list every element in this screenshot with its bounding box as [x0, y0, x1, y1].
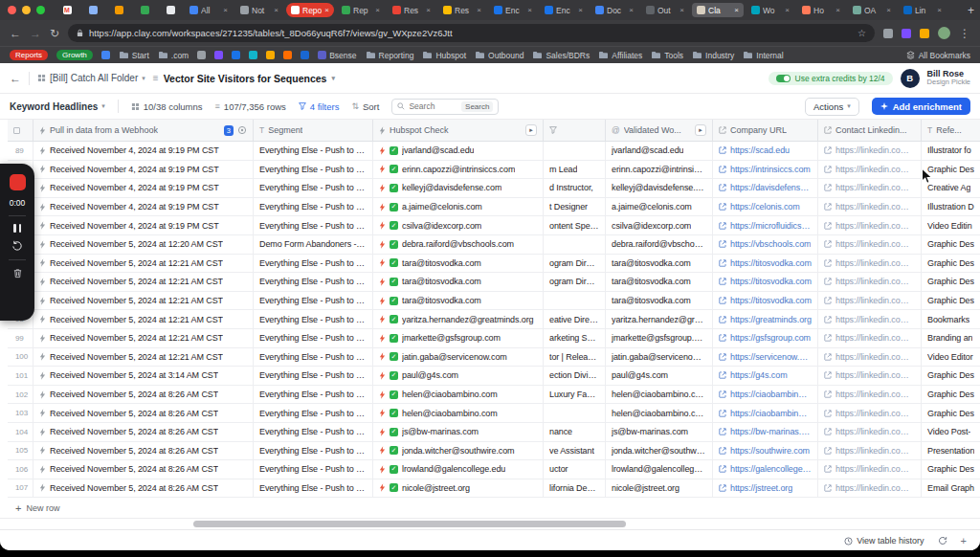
- extension-icon[interactable]: [920, 29, 929, 38]
- bookmark-item[interactable]: Internal: [743, 51, 783, 60]
- cell-contact-linkedin[interactable]: https://linkedin.com/in/...: [818, 235, 922, 255]
- table-row[interactable]: 98 Received November 5, 2024 at 12:21 AM…: [8, 310, 980, 329]
- cell-ref[interactable]: Graphic Des: [922, 273, 980, 292]
- cell-company-url[interactable]: https://galencollege.edu: [713, 460, 818, 479]
- cell-ref[interactable]: Graphic Des: [922, 255, 980, 274]
- delete-recording-button[interactable]: [12, 268, 23, 278]
- cell-validated-email[interactable]: tara@titosvodka.com: [606, 292, 713, 311]
- cell-validated-email[interactable]: nicole@jstreet.org: [606, 479, 713, 499]
- extension-puzzle-icon[interactable]: [883, 29, 893, 38]
- cell-company-url[interactable]: https://bw-marinas.com: [713, 423, 818, 442]
- cell-validated-email[interactable]: helen@ciaobambino.com: [606, 386, 713, 405]
- cell-contact-linkedin[interactable]: https://linkedin.com/in/...: [818, 142, 922, 161]
- cell-contact-linkedin[interactable]: https://linkedin.com/in/...: [818, 460, 922, 479]
- column-header-company-url[interactable]: Company URL: [713, 120, 818, 142]
- browser-tab[interactable]: Ho ×: [797, 3, 845, 17]
- credits-toggle[interactable]: [776, 75, 791, 82]
- cell-ref[interactable]: Illustrator fo: [922, 142, 980, 161]
- cell-webhook[interactable]: Received November 5, 2024 at 12:21 AM CS…: [33, 310, 254, 329]
- tab-close-icon[interactable]: ×: [886, 6, 891, 14]
- bookmark-item[interactable]: Reports: [10, 50, 48, 60]
- column-header-validated[interactable]: @ Validated Wo... ▸: [606, 120, 713, 142]
- cell-webhook[interactable]: Received November 5, 2024 at 12:21 AM CS…: [33, 255, 254, 274]
- cell-ref[interactable]: Graphic Des: [922, 404, 980, 423]
- cell-segment[interactable]: Everything Else - Push to Clay: [254, 460, 373, 479]
- tab-close-icon[interactable]: ×: [223, 6, 228, 14]
- cell-webhook[interactable]: Received November 5, 2024 at 3:14 AM CST: [33, 367, 254, 386]
- cell-segment[interactable]: Everything Else - Push to Clay: [254, 329, 373, 348]
- cell-contact-linkedin[interactable]: https://linkedin.com/in/...: [818, 442, 922, 461]
- cell-segment[interactable]: Everything Else - Push to Clay: [254, 273, 373, 292]
- cell-hubspot-check[interactable]: ✓ csilva@idexcorp.com: [373, 216, 544, 235]
- cell-contact-linkedin[interactable]: https://linkedin.com/in/...: [818, 423, 922, 442]
- tab-close-icon[interactable]: ×: [375, 6, 380, 14]
- cell-company-url[interactable]: https://celonis.com: [713, 198, 818, 217]
- browser-tab[interactable]: [81, 3, 104, 17]
- browser-tab[interactable]: Enc ×: [540, 3, 588, 17]
- browser-tab[interactable]: Not ×: [235, 3, 283, 17]
- cell-webhook[interactable]: Received November 5, 2024 at 12:21 AM CS…: [33, 348, 254, 368]
- cell-company-url[interactable]: https://g4s.com: [713, 367, 818, 386]
- bookmark-item[interactable]: [266, 51, 275, 59]
- sort-button[interactable]: ⇅ Sort: [351, 101, 379, 112]
- cell-company-url[interactable]: https://servicenow.com: [713, 348, 818, 368]
- cell-job-title[interactable]: lifornia Deput...: [544, 479, 606, 499]
- tab-close-icon[interactable]: ×: [937, 6, 942, 14]
- cell-job-title[interactable]: [544, 404, 606, 423]
- cell-ref[interactable]: Branding an: [922, 329, 980, 348]
- browser-tab[interactable]: Cla ×: [692, 3, 744, 17]
- columns-button[interactable]: 10/38 columns: [131, 101, 203, 112]
- cell-job-title[interactable]: ve Assistant: [544, 442, 606, 461]
- table-row[interactable]: 100 Received November 5, 2024 at 12:21 A…: [8, 348, 980, 368]
- browser-tab[interactable]: Res ×: [438, 3, 486, 17]
- cell-contact-linkedin[interactable]: https://linkedin.com/in/...: [818, 367, 922, 386]
- cell-validated-email[interactable]: debra.raiford@vbschools....: [606, 235, 713, 255]
- browser-tab[interactable]: Enc ×: [489, 3, 537, 17]
- bookmark-item[interactable]: [301, 51, 309, 59]
- cell-hubspot-check[interactable]: ✓ yaritza.hernandez@greatminds.org: [373, 310, 544, 329]
- tab-close-icon[interactable]: ×: [785, 6, 790, 14]
- cell-ref[interactable]: Graphic Des: [922, 386, 980, 405]
- cell-company-url[interactable]: https://titosvodka.com: [713, 292, 818, 311]
- cell-validated-email[interactable]: tara@titosvodka.com: [606, 273, 713, 292]
- cell-contact-linkedin[interactable]: https://linkedin.com/in/...: [818, 292, 922, 311]
- cell-hubspot-check[interactable]: ✓ a.jaime@celonis.com: [373, 198, 544, 217]
- cell-job-title[interactable]: m Lead: [544, 161, 606, 180]
- bookmark-item[interactable]: .com: [158, 51, 189, 60]
- cell-job-title[interactable]: ection Division: [544, 367, 606, 386]
- table-row[interactable]: 102 Received November 5, 2024 at 8:26 AM…: [8, 386, 980, 405]
- cell-hubspot-check[interactable]: ✓ lrowland@galencollege.edu: [373, 460, 544, 479]
- cell-webhook[interactable]: Received November 5, 2024 at 12:21 AM CS…: [33, 292, 254, 311]
- bookmark-item[interactable]: [197, 51, 206, 59]
- bookmark-item[interactable]: [101, 51, 110, 59]
- bookmark-item[interactable]: Hubspot: [422, 51, 466, 60]
- cell-segment[interactable]: Everything Else - Push to Clay: [254, 386, 373, 405]
- cell-contact-linkedin[interactable]: https://linkedin.com/in/...: [818, 255, 922, 274]
- cell-job-title[interactable]: [544, 235, 606, 255]
- bookmark-item[interactable]: [214, 51, 223, 59]
- table-row[interactable]: 103 Received November 5, 2024 at 8:26 AM…: [8, 404, 980, 423]
- bookmark-item[interactable]: Outbound: [475, 51, 523, 60]
- table-row[interactable]: 93 Received November 4, 2024 at 9:19 PM …: [8, 216, 980, 235]
- extension-icon[interactable]: [902, 29, 911, 38]
- bookmark-item[interactable]: Bsense: [318, 51, 356, 60]
- app-back-icon[interactable]: ←: [10, 72, 21, 85]
- cell-job-title[interactable]: arketing Spe...: [544, 329, 606, 348]
- cell-validated-email[interactable]: yaritza.hernandez@great...: [606, 310, 713, 329]
- cell-company-url[interactable]: https://microfluidics-m...: [713, 216, 818, 235]
- cell-job-title[interactable]: ogram Direct...: [544, 273, 606, 292]
- bookmark-item[interactable]: Sales/BDRs: [532, 51, 590, 60]
- cell-contact-linkedin[interactable]: https://linkedin.com/in/...: [818, 161, 922, 180]
- cell-job-title[interactable]: eative Director: [544, 310, 606, 329]
- view-table-history-button[interactable]: View table history: [844, 536, 924, 546]
- cell-contact-linkedin[interactable]: https://linkedin.com/in/...: [818, 179, 922, 198]
- stop-recording-button[interactable]: [10, 174, 26, 190]
- cell-webhook[interactable]: Received November 5, 2024 at 8:26 AM CST: [33, 479, 254, 499]
- run-column-button[interactable]: ▸: [695, 124, 706, 136]
- cell-company-url[interactable]: https://intrinsiccs.com: [713, 161, 818, 180]
- cell-hubspot-check[interactable]: ✓ jonda.witcher@southwire.com: [373, 442, 544, 461]
- fullscreen-window-button[interactable]: [36, 6, 45, 14]
- workspace-folder-breadcrumb[interactable]: [Bill] Catch All Folder ▾: [37, 73, 145, 83]
- tab-close-icon[interactable]: ×: [578, 6, 583, 14]
- user-avatar[interactable]: B: [901, 69, 920, 88]
